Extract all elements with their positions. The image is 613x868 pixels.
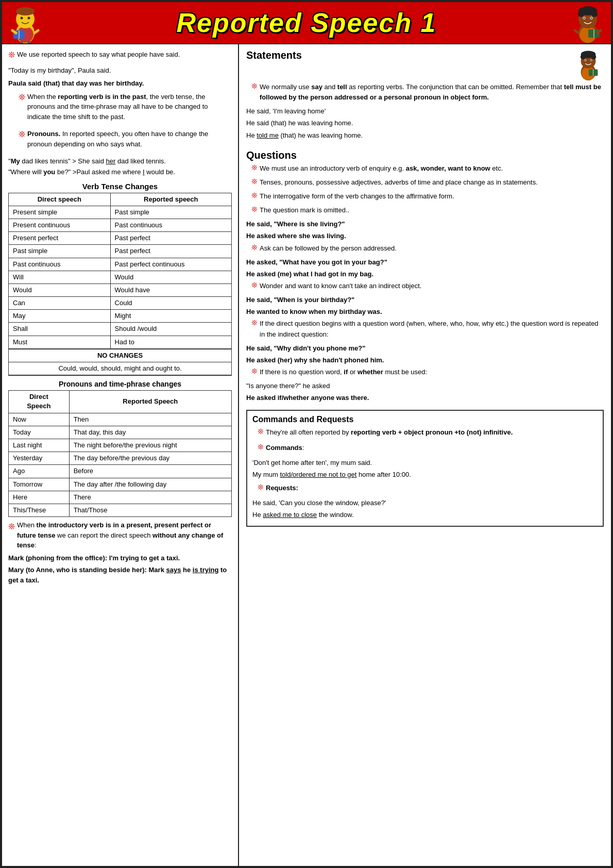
verb-table-row: Present simplePast simple [9, 206, 232, 219]
questions-title: Questions [246, 149, 604, 161]
cmd-bullet1-text: They're all often reported by reporting … [266, 427, 513, 438]
intro-text: We use reported speech to say what peopl… [17, 49, 180, 60]
verb-reported-cell: Past perfect [110, 245, 231, 258]
cmd-example1: 'Don't get home after ten', my mum said. [252, 458, 598, 468]
q4-note-bullet: ❊ If the direct question begins with a q… [246, 319, 604, 341]
commands-subtitle: Commands: [266, 443, 304, 453]
right-column: Statements [239, 44, 611, 866]
bottom-example1: Mark (phoning from the office): I'm tryi… [8, 553, 232, 563]
q-bullet-icon-7: ❊ [251, 319, 258, 327]
verb-table-col1: Direct speech [9, 193, 111, 206]
svg-line-10 [20, 42, 22, 43]
q-bullet2: ❊ Tenses, pronouns, possessive adjective… [246, 177, 604, 189]
pronoun-table-row: AgoBefore [9, 465, 232, 478]
verb-table-row: Past simplePast perfect [9, 245, 232, 258]
verb-reported-cell: Could [110, 297, 231, 310]
example1-reported: Paula said (that) that day was her birth… [8, 78, 232, 89]
verb-table-row: MayMight [9, 310, 232, 323]
right-kid-small [573, 49, 604, 82]
q5-reported: He asked if/whether anyone was there. [246, 393, 604, 403]
bottom-example2: Mary (to Anne, who is standing beside he… [8, 565, 232, 585]
main-content: ❊ We use reported speech to say what peo… [2, 43, 611, 866]
verb-direct-cell: Present perfect [9, 232, 111, 245]
statements-title: Statements [246, 49, 302, 61]
pronoun-text: Pronouns. In reported speech, you often … [27, 129, 232, 149]
stmt-example3: He told me (that) he was leaving home. [246, 130, 604, 141]
verb-reported-cell: Past simple [110, 206, 231, 219]
stmt-example2: He said (that) he was leaving home. [246, 118, 604, 128]
q4-direct: He said, "Why didn't you phone me?" [246, 343, 604, 354]
verb-reported-cell: Would have [110, 283, 231, 296]
example3: "Where will you be?" >Paul asked me wher… [8, 167, 232, 178]
verb-table-row: CanCould [9, 297, 232, 310]
verb-reported-cell: Past perfect [110, 232, 231, 245]
verb-direct-cell: Will [9, 271, 111, 283]
verb-tense-table: Direct speech Reported speech Present si… [8, 193, 232, 376]
verb-direct-cell: Would [9, 283, 111, 296]
pronoun-col2: Reported Speech [69, 391, 231, 413]
q5-note-text: If there is no question word, if or whet… [260, 367, 427, 377]
pronoun-direct-cell: This/These [9, 504, 70, 516]
verb-direct-cell: May [9, 310, 111, 323]
svg-point-35 [590, 60, 591, 61]
example1-direct: "Today is my birthday", Paula said. [8, 65, 232, 76]
svg-point-5 [28, 17, 30, 20]
q-bullet-icon-8: ❊ [251, 367, 258, 375]
svg-line-24 [575, 30, 578, 33]
pronoun-col1: DirectSpeech [9, 391, 70, 413]
pronoun-reported-cell: There [69, 491, 231, 504]
q2-note-bullet: ❊ Ask can be followed by the person addr… [246, 243, 604, 255]
page: Reported Speech 1 [0, 0, 613, 868]
verb-direct-cell: Past continuous [9, 258, 111, 271]
svg-point-3 [16, 7, 35, 15]
intro-bullet-row: ❊ We use reported speech to say what peo… [8, 49, 232, 63]
pronoun-table-row: TodayThat day, this day [9, 426, 232, 439]
q-bullet3-text: The interrogative form of the verb chang… [260, 191, 454, 202]
example2: "My dad likes tennis" > She said her dad… [8, 156, 232, 167]
no-changes-text-row: Could, would, should, might and ought to… [9, 362, 232, 376]
verb-changes-title: Verb Tense Changes [8, 182, 232, 191]
q3-note-text: Wonder and want to know can't take an in… [260, 281, 421, 291]
pronoun-reported-cell: Then [69, 413, 231, 426]
commands-section: Commands and Requests ❊ They're all ofte… [246, 410, 604, 527]
page-title: Reported Speech 1 [176, 7, 436, 38]
verb-table-col2: Reported speech [110, 193, 231, 206]
stmt-example1: He said, 'I'm leaving home' [246, 106, 604, 116]
no-changes-row: NO CHANGES [9, 349, 232, 362]
cmd-example2: My mum told/ordered me not to get home a… [252, 470, 598, 480]
verb-direct-cell: Shall [9, 323, 111, 336]
q-bullet-icon-6: ❊ [251, 281, 258, 289]
pronoun-table-row: YesterdayThe day before/the previous day [9, 452, 232, 465]
q2-reported: He asked (me) what I had got in my bag. [246, 269, 604, 279]
bullet-icon-4: ❊ [8, 521, 15, 533]
verb-table-row: WouldWould have [9, 283, 232, 296]
stmt-bullet-icon-1: ❊ [251, 82, 258, 90]
verb-table-row: Past continuousPast perfect continuous [9, 258, 232, 271]
examples-section: "My dad likes tennis" > She said her dad… [8, 156, 232, 178]
svg-point-30 [581, 55, 586, 60]
verb-direct-cell: Present continuous [9, 219, 111, 231]
pronoun-table-row: HereThere [9, 491, 232, 504]
pronoun-reported-cell: The day before/the previous day [69, 452, 231, 465]
verb-table-row: Present continuousPast continuous [9, 219, 232, 231]
pronoun-direct-cell: Ago [9, 465, 70, 478]
verb-direct-cell: Can [9, 297, 111, 310]
verb-table-row: WillWould [9, 271, 232, 283]
q4-reported: He asked (her) why she hadn't phoned him… [246, 355, 604, 365]
bullet-icon-3: ❊ [19, 129, 25, 139]
q3-reported: He wanted to know when my birthday was. [246, 307, 604, 317]
pronoun-table-header: DirectSpeech Reported Speech [9, 391, 232, 413]
q1-direct: He said, "Where is she living?" [246, 219, 604, 229]
cmd-bullet-icon-1: ❊ [258, 427, 264, 436]
pronoun-changes-title: Pronouns and time-phrase changes [8, 380, 232, 388]
req-bullet-icon: ❊ [258, 483, 264, 491]
pronoun-direct-cell: Last night [9, 439, 70, 452]
svg-point-17 [591, 11, 598, 17]
pronoun-direct-cell: Here [9, 491, 70, 504]
bullet1-text: When the reporting verb is in the past, … [27, 92, 232, 122]
pronoun-direct-cell: Today [9, 426, 70, 439]
cmd-bullet1: ❊ They're all often reported by reportin… [252, 427, 598, 439]
verb-reported-cell: Should /would [110, 323, 231, 336]
pronoun-direct-cell: Yesterday [9, 452, 70, 465]
q-bullet-icon-4: ❊ [251, 205, 258, 213]
